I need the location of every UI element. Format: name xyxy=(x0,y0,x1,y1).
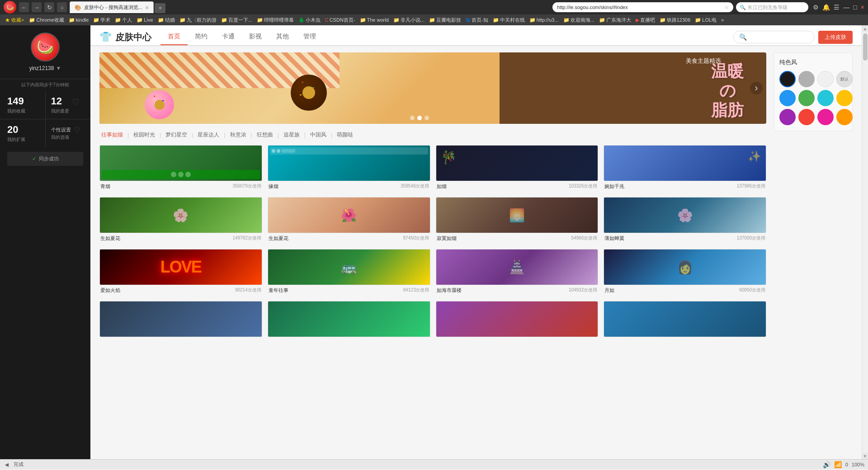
upload-skin-button[interactable]: 上传皮肤 xyxy=(818,31,853,44)
search-bar[interactable]: 🔍 长江已到无鱼等级 xyxy=(736,2,808,12)
swatch-red[interactable] xyxy=(798,109,815,125)
bookmark-csdn[interactable]: C CSDN首页- xyxy=(323,16,357,24)
skin-card-4[interactable]: ✨ 婉如千兆 137986次使用 xyxy=(604,145,766,192)
extensions-icon[interactable]: ⚙ xyxy=(813,4,819,11)
tag-zodiac[interactable]: 星座达人 xyxy=(196,130,221,140)
nav-movie[interactable]: 影视 xyxy=(242,29,269,45)
skin-card-16[interactable] xyxy=(604,301,766,341)
volume-icon[interactable]: 🔊 xyxy=(823,461,830,468)
nav-other[interactable]: 其他 xyxy=(269,29,296,45)
close-icon[interactable]: × xyxy=(861,4,864,11)
stat-settings[interactable]: 个性设置 我的选项 ♡ xyxy=(46,119,91,147)
skin-card-11[interactable]: 🏯 如海市蜃楼 104932次使用 xyxy=(436,249,599,296)
bookmark-star[interactable]: ★ 收藏+ xyxy=(3,16,26,24)
zoom-level[interactable]: 100% xyxy=(852,462,864,467)
swatch-blue[interactable] xyxy=(779,90,796,106)
stat-extensions[interactable]: 20 我的扩展 xyxy=(0,119,45,147)
skin-card-15[interactable] xyxy=(436,301,599,341)
bookmark-personal[interactable]: 📁 个人 xyxy=(113,16,134,24)
nav-back[interactable]: ← xyxy=(19,2,29,12)
swatch-black[interactable] xyxy=(779,71,796,87)
skin-card-13[interactable] xyxy=(99,301,262,341)
tag-dreamspace[interactable]: 梦幻星空 xyxy=(164,130,189,140)
bookmark-more[interactable]: » xyxy=(719,16,726,24)
skin-card-8[interactable]: 🌸 薄如蝉翼 137000次使用 xyxy=(604,197,766,244)
bookmark-academic[interactable]: 📁 学术 xyxy=(91,16,112,24)
bookmark-wedding[interactable]: 📁 结婚 xyxy=(156,16,177,24)
swatch-green[interactable] xyxy=(798,90,815,106)
swatch-white[interactable] xyxy=(817,71,834,87)
scroll-track[interactable] xyxy=(862,32,868,453)
skin-search-input-wrapper[interactable]: 🔍 xyxy=(733,31,815,43)
banner-next-arrow[interactable]: › xyxy=(750,82,763,94)
bookmark-lol[interactable]: 📁 LOL电 xyxy=(693,16,718,24)
stat-loved[interactable]: 12 我的最爱 ♡ xyxy=(46,91,91,119)
swatch-orange[interactable] xyxy=(836,109,853,125)
swatch-yellow[interactable] xyxy=(836,90,853,106)
bookmark-u3[interactable]: 📁 http://u3... xyxy=(528,16,561,24)
bookmark-baidu[interactable]: 📁 百度一下... xyxy=(219,16,254,24)
skin-card-5[interactable]: 🌸 生如夏花 149782次使用 xyxy=(99,197,262,244)
sync-button[interactable]: ✓ 同步成功 xyxy=(7,152,83,166)
star-icon[interactable]: ☆ xyxy=(724,5,729,10)
scroll-thumb[interactable] xyxy=(863,33,868,61)
bookmark-game[interactable]: 📁 九〈权力的游 xyxy=(178,16,218,24)
bookmark-douban[interactable]: 📁 豆瓣电影技 xyxy=(427,16,463,24)
swatch-default[interactable]: 默认 xyxy=(836,71,853,87)
minimize-icon[interactable]: — xyxy=(843,4,849,11)
bookmark-welcome[interactable]: 📁 欢迎南海... xyxy=(561,16,596,24)
tab-close[interactable]: × xyxy=(145,4,149,11)
tag-past-smoke[interactable]: 往事如烟 xyxy=(99,130,125,140)
skin-card-7[interactable]: 🌅 寂寞如烟 54966次使用 xyxy=(436,197,599,244)
tag-star[interactable]: 追星族 xyxy=(282,130,302,140)
bookmark-zol[interactable]: 📁 中关村在线 xyxy=(491,16,527,24)
bookmark-theworld[interactable]: 📁 The world xyxy=(358,16,391,24)
notifications-icon[interactable]: 🔔 xyxy=(822,4,830,11)
bookmark-kindle[interactable]: 📁 kindle xyxy=(67,16,91,24)
nav-cartoon[interactable]: 卡通 xyxy=(215,29,242,45)
tag-cute[interactable]: 萌颜哒 xyxy=(335,130,355,140)
tag-campus[interactable]: 校园时光 xyxy=(132,130,157,140)
skin-card-2[interactable]: 缘烟 359546次使用 xyxy=(268,145,430,192)
nav-home[interactable]: 首页 xyxy=(160,29,188,45)
skin-card-6[interactable]: 🌺 生如夏花 87450次使用 xyxy=(268,197,430,244)
nav-manage[interactable]: 管理 xyxy=(296,29,323,45)
swatch-teal[interactable] xyxy=(817,90,834,106)
settings-icon[interactable]: ☰ xyxy=(834,4,840,11)
bookmark-zhihu[interactable]: 知 首页-知 xyxy=(464,16,490,24)
nav-refresh[interactable]: ↻ xyxy=(44,2,54,12)
tab-new-btn[interactable]: + xyxy=(155,3,165,13)
bookmark-live2[interactable]: ▶ 直播吧 xyxy=(634,16,657,24)
skin-card-10[interactable]: 🚌 童年往事 84123次使用 xyxy=(268,249,430,296)
bookmark-railway[interactable]: 📁 铁路12306 xyxy=(658,16,693,24)
bookmark-novel[interactable]: 📁 非凡小说... xyxy=(392,16,426,24)
nav-simple[interactable]: 简约 xyxy=(188,29,215,45)
swatch-purple[interactable] xyxy=(779,109,796,125)
scrollbar[interactable]: ▲ ▼ xyxy=(862,25,868,459)
nav-home[interactable]: ⌂ xyxy=(57,2,67,12)
scroll-up-arrow[interactable]: ▲ xyxy=(862,25,868,32)
nav-forward[interactable]: → xyxy=(32,2,42,12)
swatch-gray[interactable] xyxy=(798,71,815,87)
bookmark-ocean[interactable]: 📁 广东海洋大 xyxy=(597,16,633,24)
banner-dot-2[interactable] xyxy=(417,116,422,120)
banner-dot-3[interactable] xyxy=(425,116,429,120)
address-bar[interactable]: http://ie.sogou.com/skins/#index ☆ xyxy=(552,2,733,12)
tag-chinese[interactable]: 中国风 xyxy=(308,130,328,140)
skin-card-3[interactable]: 🎋 如烟 103326次使用 xyxy=(436,145,599,192)
skin-card-14[interactable] xyxy=(268,301,430,341)
maximize-icon[interactable]: □ xyxy=(853,4,857,11)
scroll-down-arrow[interactable]: ▼ xyxy=(862,453,868,459)
skin-card-12[interactable]: 👩 月如 60050次使用 xyxy=(604,249,766,296)
bookmark-mchina[interactable]: 🌲 小木虫 xyxy=(297,16,322,24)
swatch-pink[interactable] xyxy=(817,109,834,125)
expand-sidebar-btn[interactable]: ◄ xyxy=(4,461,10,468)
bookmark-live[interactable]: 📁 Live xyxy=(135,16,155,24)
tag-autumn[interactable]: 秋意浓 xyxy=(228,130,248,140)
tag-fantasy[interactable]: 狂想曲 xyxy=(255,130,275,140)
stat-favorites[interactable]: 149 我的收藏 xyxy=(0,91,45,119)
tab-active[interactable]: 🎨 皮肤中心 - 搜狗高速浏览... × xyxy=(70,1,154,13)
skin-card-1[interactable]: 青烟 356079次使用 xyxy=(99,145,262,192)
banner-dot-1[interactable] xyxy=(410,116,415,120)
skin-card-9[interactable]: LOVE 爱如火焰 90214次使用 xyxy=(99,249,262,296)
